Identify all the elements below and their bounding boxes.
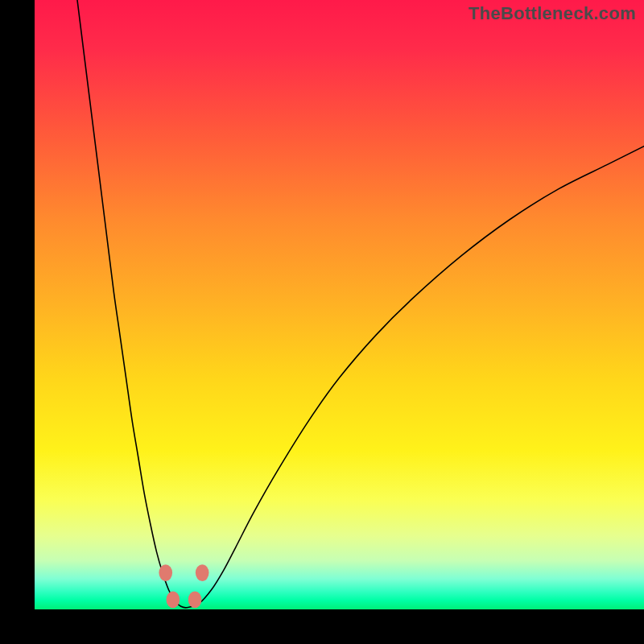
chart-area: TheBottleneck.com: [35, 0, 644, 609]
curve-marker: [167, 591, 180, 608]
bottleneck-plot: [35, 0, 644, 609]
curve-marker: [196, 564, 209, 581]
bottleneck-curve: [77, 0, 644, 608]
curve-marker: [159, 564, 172, 581]
markers-group: [159, 564, 208, 608]
curve-marker: [188, 591, 202, 608]
